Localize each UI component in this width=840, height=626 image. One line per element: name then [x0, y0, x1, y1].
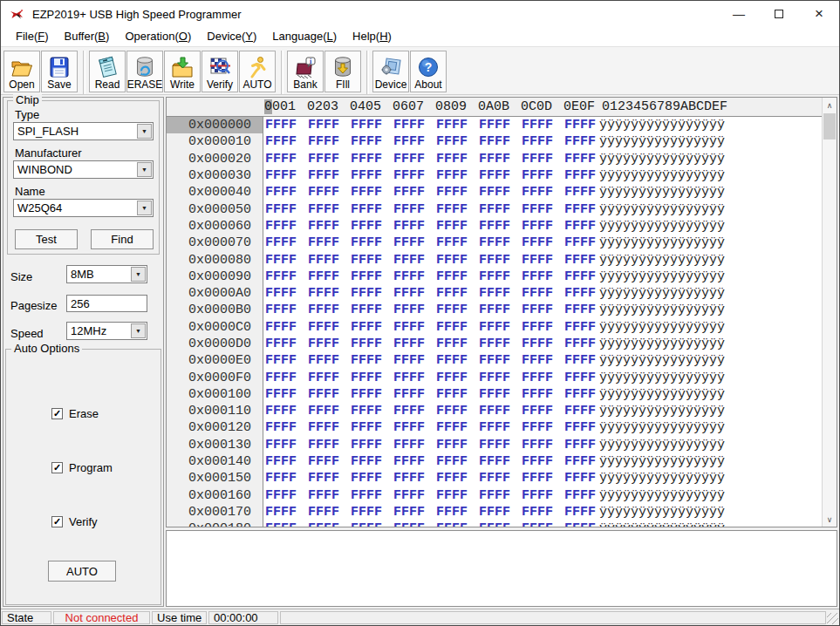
- hex-row-bytes[interactable]: FFFF FFFF FFFF FFFF FFFF FFFF FFFF FFFF: [263, 269, 596, 284]
- hex-row[interactable]: 0x0000F0 FFFF FFFF FFFF FFFF FFFF FFFF F…: [167, 369, 822, 385]
- hex-row[interactable]: 0x0000D0 FFFF FFFF FFFF FFFF FFFF FFFF F…: [167, 336, 822, 352]
- bank-button[interactable]: i Bank: [287, 51, 324, 92]
- hex-row-bytes[interactable]: FFFF FFFF FFFF FFFF FFFF FFFF FFFF FFFF: [263, 521, 596, 527]
- menu-operation[interactable]: Operation(O): [117, 28, 199, 45]
- close-button[interactable]: ×: [799, 1, 839, 27]
- hex-row[interactable]: 0x000100 FFFF FFFF FFFF FFFF FFFF FFFF F…: [167, 386, 822, 403]
- hex-row-ascii[interactable]: ÿÿÿÿÿÿÿÿÿÿÿÿÿÿÿÿ: [599, 286, 725, 301]
- erase-button[interactable]: ERASE: [126, 51, 163, 92]
- hex-row[interactable]: 0x000090 FFFF FFFF FFFF FFFF FFFF FFFF F…: [167, 269, 822, 285]
- menu-help[interactable]: Help(H): [345, 28, 400, 45]
- hex-row-bytes[interactable]: FFFF FFFF FFFF FFFF FFFF FFFF FFFF FFFF: [263, 235, 596, 250]
- hex-row-ascii[interactable]: ÿÿÿÿÿÿÿÿÿÿÿÿÿÿÿÿ: [599, 118, 725, 133]
- hex-row-bytes[interactable]: FFFF FFFF FFFF FFFF FFFF FFFF FFFF FFFF: [263, 454, 596, 469]
- hex-row[interactable]: 0x000150 FFFF FFFF FFFF FFFF FFFF FFFF F…: [167, 470, 822, 487]
- hex-row[interactable]: 0x000180 FFFF FFFF FFFF FFFF FFFF FFFF F…: [167, 521, 822, 527]
- hex-row[interactable]: 0x000050 FFFF FFFF FFFF FFFF FFFF FFFF F…: [167, 201, 822, 217]
- read-button[interactable]: Read: [89, 51, 126, 92]
- scroll-up-button[interactable]: ∧: [823, 98, 837, 112]
- hex-row-bytes[interactable]: FFFF FFFF FFFF FFFF FFFF FFFF FFFF FFFF: [263, 471, 596, 486]
- hex-row-ascii[interactable]: ÿÿÿÿÿÿÿÿÿÿÿÿÿÿÿÿ: [599, 420, 725, 435]
- hex-row-bytes[interactable]: FFFF FFFF FFFF FFFF FFFF FFFF FFFF FFFF: [263, 185, 596, 200]
- hex-row-bytes[interactable]: FFFF FFFF FFFF FFFF FFFF FFFF FFFF FFFF: [263, 134, 596, 149]
- hex-row[interactable]: 0x000020 FFFF FFFF FFFF FFFF FFFF FFFF F…: [167, 151, 822, 167]
- hex-row-bytes[interactable]: FFFF FFFF FFFF FFFF FFFF FFFF FFFF FFFF: [263, 404, 596, 418]
- hex-row-bytes[interactable]: FFFF FFFF FFFF FFFF FFFF FFFF FFFF FFFF: [263, 438, 596, 452]
- hex-row[interactable]: 0x000130 FFFF FFFF FFFF FFFF FFFF FFFF F…: [167, 437, 822, 453]
- hex-row[interactable]: 0x000170 FFFF FFFF FFFF FFFF FFFF FFFF F…: [167, 504, 822, 521]
- minimize-button[interactable]: —: [719, 1, 759, 27]
- menu-buffer[interactable]: Buffer(B): [57, 28, 118, 45]
- test-button[interactable]: Test: [15, 229, 78, 249]
- hex-row-bytes[interactable]: FFFF FFFF FFFF FFFF FFFF FFFF FFFF FFFF: [263, 420, 596, 435]
- auto-run-button[interactable]: AUTO: [48, 561, 116, 582]
- hex-row-bytes[interactable]: FFFF FFFF FFFF FFFF FFFF FFFF FFFF FFFF: [263, 320, 596, 335]
- maximize-button[interactable]: [759, 1, 799, 27]
- hex-row-bytes[interactable]: FFFF FFFF FFFF FFFF FFFF FFFF FFFF FFFF: [263, 505, 596, 520]
- hex-row-bytes[interactable]: FFFF FFFF FFFF FFFF FFFF FFFF FFFF FFFF: [263, 118, 596, 133]
- menu-language[interactable]: Language(L): [264, 28, 345, 45]
- hex-row-ascii[interactable]: ÿÿÿÿÿÿÿÿÿÿÿÿÿÿÿÿ: [599, 269, 725, 284]
- hex-row-bytes[interactable]: FFFF FFFF FFFF FFFF FFFF FFFF FFFF FFFF: [263, 488, 596, 503]
- hex-row-bytes[interactable]: FFFF FFFF FFFF FFFF FFFF FFFF FFFF FFFF: [263, 371, 596, 385]
- hex-row[interactable]: 0x000010 FFFF FFFF FFFF FFFF FFFF FFFF F…: [167, 133, 822, 150]
- hex-row-bytes[interactable]: FFFF FFFF FFFF FFFF FFFF FFFF FFFF FFFF: [263, 353, 596, 368]
- hex-row[interactable]: 0x000140 FFFF FFFF FFFF FFFF FFFF FFFF F…: [167, 453, 822, 470]
- pagesize-input[interactable]: [66, 295, 147, 312]
- hex-row[interactable]: 0x000070 FFFF FFFF FFFF FFFF FFFF FFFF F…: [167, 235, 822, 251]
- about-button[interactable]: ? About: [410, 51, 447, 92]
- hex-row-ascii[interactable]: ÿÿÿÿÿÿÿÿÿÿÿÿÿÿÿÿ: [599, 404, 725, 418]
- hex-row-bytes[interactable]: FFFF FFFF FFFF FFFF FFFF FFFF FFFF FFFF: [263, 303, 596, 317]
- menu-file[interactable]: File(F): [8, 28, 57, 45]
- hex-row-ascii[interactable]: ÿÿÿÿÿÿÿÿÿÿÿÿÿÿÿÿ: [599, 235, 725, 250]
- hex-row-bytes[interactable]: FFFF FFFF FFFF FFFF FFFF FFFF FFFF FFFF: [263, 202, 596, 217]
- auto-button[interactable]: AUTO: [239, 51, 276, 92]
- verify-button[interactable]: Verify: [201, 51, 238, 92]
- hex-row-ascii[interactable]: ÿÿÿÿÿÿÿÿÿÿÿÿÿÿÿÿ: [599, 219, 725, 234]
- chip-type-select[interactable]: SPI_FLASH ▼: [13, 122, 154, 140]
- hex-row[interactable]: 0x000060 FFFF FFFF FFFF FFFF FFFF FFFF F…: [167, 218, 822, 235]
- hex-row-ascii[interactable]: ÿÿÿÿÿÿÿÿÿÿÿÿÿÿÿÿ: [599, 202, 725, 217]
- hex-row-ascii[interactable]: ÿÿÿÿÿÿÿÿÿÿÿÿÿÿÿÿ: [599, 371, 725, 385]
- hex-row-ascii[interactable]: ÿÿÿÿÿÿÿÿÿÿÿÿÿÿÿÿ: [599, 353, 725, 368]
- hex-row-ascii[interactable]: ÿÿÿÿÿÿÿÿÿÿÿÿÿÿÿÿ: [599, 337, 725, 351]
- erase-checkbox[interactable]: ✓: [51, 408, 63, 419]
- hex-row[interactable]: 0x000080 FFFF FFFF FFFF FFFF FFFF FFFF F…: [167, 251, 822, 268]
- menu-device[interactable]: Device(Y): [199, 28, 264, 45]
- write-button[interactable]: Write: [164, 51, 201, 92]
- device-button[interactable]: Device: [372, 51, 409, 92]
- hex-row-bytes[interactable]: FFFF FFFF FFFF FFFF FFFF FFFF FFFF FFFF: [263, 152, 596, 167]
- hex-rows[interactable]: 0x000000 FFFF FFFF FFFF FFFF FFFF FFFF F…: [167, 117, 822, 527]
- size-dropdown-button[interactable]: ▼: [131, 267, 146, 282]
- hex-row[interactable]: 0x000040 FFFF FFFF FFFF FFFF FFFF FFFF F…: [167, 184, 822, 201]
- hex-row-bytes[interactable]: FFFF FFFF FFFF FFFF FFFF FFFF FFFF FFFF: [263, 387, 596, 402]
- hex-row-ascii[interactable]: ÿÿÿÿÿÿÿÿÿÿÿÿÿÿÿÿ: [599, 438, 725, 452]
- hex-row-bytes[interactable]: FFFF FFFF FFFF FFFF FFFF FFFF FFFF FFFF: [263, 253, 596, 268]
- hex-row-ascii[interactable]: ÿÿÿÿÿÿÿÿÿÿÿÿÿÿÿÿ: [599, 253, 725, 268]
- find-button[interactable]: Find: [91, 229, 154, 249]
- scroll-down-button[interactable]: ∨: [823, 512, 837, 527]
- speed-select[interactable]: 12MHz ▼: [66, 322, 147, 340]
- hex-row[interactable]: 0x0000C0 FFFF FFFF FFFF FFFF FFFF FFFF F…: [167, 319, 822, 336]
- hex-row-ascii[interactable]: ÿÿÿÿÿÿÿÿÿÿÿÿÿÿÿÿ: [599, 505, 725, 520]
- hex-row[interactable]: 0x000120 FFFF FFFF FFFF FFFF FFFF FFFF F…: [167, 419, 822, 436]
- chip-type-dropdown-button[interactable]: ▼: [137, 124, 152, 139]
- hex-row[interactable]: 0x000160 FFFF FFFF FFFF FFFF FFFF FFFF F…: [167, 487, 822, 504]
- hex-row[interactable]: 0x0000A0 FFFF FFFF FFFF FFFF FFFF FFFF F…: [167, 285, 822, 302]
- manufacturer-dropdown-button[interactable]: ▼: [137, 162, 152, 177]
- hex-row-ascii[interactable]: ÿÿÿÿÿÿÿÿÿÿÿÿÿÿÿÿ: [599, 168, 725, 183]
- hex-row-ascii[interactable]: ÿÿÿÿÿÿÿÿÿÿÿÿÿÿÿÿ: [599, 185, 725, 200]
- open-button[interactable]: Open: [3, 51, 40, 92]
- hex-row-ascii[interactable]: ÿÿÿÿÿÿÿÿÿÿÿÿÿÿÿÿ: [599, 152, 725, 167]
- hex-row-ascii[interactable]: ÿÿÿÿÿÿÿÿÿÿÿÿÿÿÿÿ: [599, 488, 725, 503]
- size-select[interactable]: 8MB ▼: [66, 265, 147, 283]
- chip-name-select[interactable]: W25Q64 ▼: [13, 199, 154, 217]
- scrollbar-thumb[interactable]: [823, 113, 836, 139]
- hex-row-ascii[interactable]: ÿÿÿÿÿÿÿÿÿÿÿÿÿÿÿÿ: [599, 471, 725, 486]
- hex-row-ascii[interactable]: ÿÿÿÿÿÿÿÿÿÿÿÿÿÿÿÿ: [599, 134, 725, 149]
- hex-row-bytes[interactable]: FFFF FFFF FFFF FFFF FFFF FFFF FFFF FFFF: [263, 168, 596, 183]
- hex-row-bytes[interactable]: FFFF FFFF FFFF FFFF FFFF FFFF FFFF FFFF: [263, 286, 596, 301]
- hex-row-bytes[interactable]: FFFF FFFF FFFF FFFF FFFF FFFF FFFF FFFF: [263, 219, 596, 234]
- hex-row-bytes[interactable]: FFFF FFFF FFFF FFFF FFFF FFFF FFFF FFFF: [263, 337, 596, 351]
- resize-grip-icon[interactable]: [827, 613, 838, 624]
